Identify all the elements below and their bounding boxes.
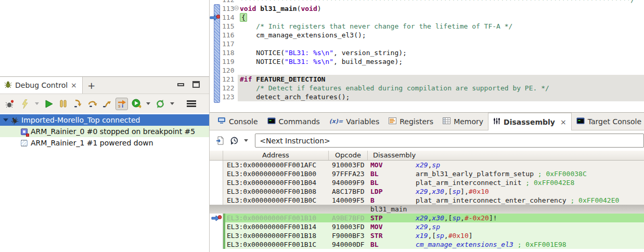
line-number: 123 <box>221 92 238 101</box>
code-line[interactable]: 117 <box>210 39 644 48</box>
tree-item-core0[interactable]: ARM_Rainier_0 #0 stopped on breakpoint #… <box>0 126 209 137</box>
fold-collapse-icon[interactable] <box>234 6 239 10</box>
instruction-cell: BLarm_bl31_early_platform_setup ; 0xFF00… <box>368 169 644 178</box>
flash-dropdown-icon <box>33 98 41 110</box>
tab-commands[interactable]: Commands <box>263 113 325 130</box>
disasm-row[interactable]: EL3:0x00000000FF001B04940009F9BLplat_arm… <box>210 178 644 187</box>
tab-console[interactable]: Console <box>213 113 263 130</box>
instruction-cell: MOVx29,sp <box>368 222 644 231</box>
opcode-cell: A8C17BFD <box>329 187 368 196</box>
column-header-address[interactable]: Address <box>223 151 329 160</box>
line-number: 119 <box>221 57 238 66</box>
column-header-disassembly[interactable]: Disassembly <box>368 151 644 160</box>
code-line[interactable]: 113void bl31_main(void) <box>210 4 644 13</box>
maximize-view-icon[interactable] <box>192 81 200 88</box>
tab-close-icon[interactable]: × <box>71 81 77 89</box>
code-segment: cm_manage_extensions_el3(); <box>240 31 366 39</box>
code-text: NOTICE("BL31: %s\n", version_string); <box>238 48 644 57</box>
disasm-row[interactable]: EL3:0x00000000FF001B08A8C17BFDLDPx29,x30… <box>210 187 644 196</box>
instruction-step-toggle-icon[interactable]: si <box>115 98 128 110</box>
source-editor[interactable]: 112*************************************… <box>210 0 644 112</box>
connect-target-icon[interactable] <box>4 98 17 110</box>
step-into-icon[interactable] <box>72 98 84 110</box>
code-line[interactable]: 123 detect_arch_features(); <box>210 92 644 101</box>
opcode-cell: 140009F5 <box>329 196 368 205</box>
tab-close-icon[interactable]: × <box>560 118 566 126</box>
disasm-row[interactable]: EL3:0x00000000FF001B10A9BE7BFDSTPx29,x30… <box>210 214 644 222</box>
mnemonic: LDP <box>370 187 416 196</box>
disassembly-body: EL3:0x00000000FF001AFC910003FDMOVx29,spE… <box>210 161 644 249</box>
code-line[interactable]: 116 cm_manage_extensions_el3(); <box>210 31 644 39</box>
svg-text:i: i <box>122 103 123 109</box>
disasm-row[interactable]: EL3:0x00000000FF001B14910003FDMOVx29,sp <box>210 222 644 231</box>
step-return-icon[interactable] <box>101 98 113 110</box>
address-cell: EL3:0x00000000FF001B14 <box>225 222 329 231</box>
run-to-target-icon[interactable] <box>130 98 143 110</box>
code-segments: /* Init registers that never change for … <box>240 22 512 30</box>
code-segment: /* Init registers that never change for … <box>256 22 512 30</box>
view-menu-icon[interactable] <box>185 98 198 110</box>
history-dropdown-icon[interactable] <box>242 135 250 147</box>
disasm-gutter <box>210 169 223 178</box>
tree-item-core1[interactable]: ARM_Rainier_1 #1 powered down <box>0 137 209 149</box>
instruction-cell: MOVx29,sp <box>368 161 644 169</box>
reset-dropdown-icon[interactable] <box>169 98 176 110</box>
address-cell: EL3:0x00000000FF001B10 <box>225 214 329 222</box>
continue-icon[interactable] <box>43 98 55 110</box>
code-line[interactable]: 114{ <box>210 13 644 22</box>
code-segments: NOTICE("BL31: %s\n", build_message); <box>240 58 403 65</box>
code-line[interactable]: 122 /* Detect if features enabled during… <box>210 84 644 92</box>
reset-target-icon[interactable] <box>154 98 166 110</box>
code-line[interactable]: 112*************************************… <box>210 0 644 4</box>
code-line[interactable]: 118 NOTICE("BL31: %s\n", version_string)… <box>210 48 644 57</box>
goto-pc-icon[interactable] <box>214 135 226 147</box>
code-text: void bl31_main(void) <box>238 4 644 13</box>
line-number: 121 <box>221 75 238 84</box>
address-cell: EL3:0x00000000FF001B0C <box>225 196 329 205</box>
expand-collapse-icon[interactable] <box>3 118 8 122</box>
code-segment <box>256 5 260 12</box>
tab-registers[interactable]: Registers <box>384 113 438 130</box>
mnemonic: BL <box>370 240 416 249</box>
run-to-dropdown-icon[interactable] <box>145 98 152 110</box>
tab-memory[interactable]: Memory <box>438 113 488 130</box>
operand-segment: ] <box>469 232 473 240</box>
code-text <box>238 66 644 75</box>
code-segment: "BL31: %s\n" <box>285 58 333 65</box>
disasm-row[interactable]: EL3:0x00000000FF001B1C940000DFBLcm_manag… <box>210 240 644 249</box>
code-line[interactable]: 119 NOTICE("BL31: %s\n", build_message); <box>210 57 644 66</box>
code-line[interactable]: 115 /* Init registers that never change … <box>210 22 644 31</box>
svg-text:s: s <box>118 103 121 109</box>
tree-item-connection[interactable]: Imported-Morello_Top connected <box>0 114 209 126</box>
tab-debug-control-label: Debug Control <box>15 81 68 89</box>
operand-segment: ; 0xFF0042E0 <box>570 196 619 204</box>
tab-target-console[interactable]: Target Console <box>572 113 644 130</box>
code-line[interactable]: 121#if FEATURE_DETECTION <box>210 75 644 84</box>
pause-icon[interactable] <box>57 98 70 110</box>
operand-segment: arm_bl31_early_platform_setup <box>416 170 538 178</box>
operand-segment: #-0x20 <box>465 214 489 222</box>
step-over-icon[interactable] <box>86 98 99 110</box>
tab-debug-control[interactable]: Debug Control × <box>0 77 83 94</box>
column-header-opcode[interactable]: Opcode <box>329 151 368 160</box>
disasm-row[interactable]: EL3:0x00000000FF001AFC910003FDMOVx29,sp <box>210 161 644 169</box>
instruction-cell: BLplat_arm_interconnect_init ; 0xFF0042E… <box>368 178 644 187</box>
editor-gutter <box>210 66 221 75</box>
line-number: 113 <box>221 4 238 13</box>
disasm-row[interactable]: EL3:0x00000000FF001B18F9000BF3STRx19,[sp… <box>210 231 644 240</box>
disassembly-toolbar: <Next Instruction> <box>210 130 644 151</box>
code-line[interactable]: 120 <box>210 66 644 75</box>
disasm-row[interactable]: EL3:0x00000000FF001B0097FFFA23BLarm_bl31… <box>210 169 644 178</box>
tab-label: Variables <box>346 117 379 126</box>
code-segment: NOTICE( <box>240 58 285 65</box>
new-tab-button[interactable]: + <box>83 77 100 94</box>
operand-segment: #0x10 <box>448 232 469 240</box>
operand-segment: ], <box>460 188 469 195</box>
tab-variables[interactable]: (x)= Variables <box>325 113 384 130</box>
operand-segment: x29 <box>416 161 428 169</box>
tab-disassembly[interactable]: Disassembly × <box>488 113 572 130</box>
address-combo[interactable]: <Next Instruction> <box>255 134 644 148</box>
history-icon[interactable] <box>228 135 241 147</box>
disasm-row[interactable]: EL3:0x00000000FF001B0C140009F5Bplat_arm_… <box>210 196 644 205</box>
minimize-view-icon[interactable] <box>177 83 184 86</box>
